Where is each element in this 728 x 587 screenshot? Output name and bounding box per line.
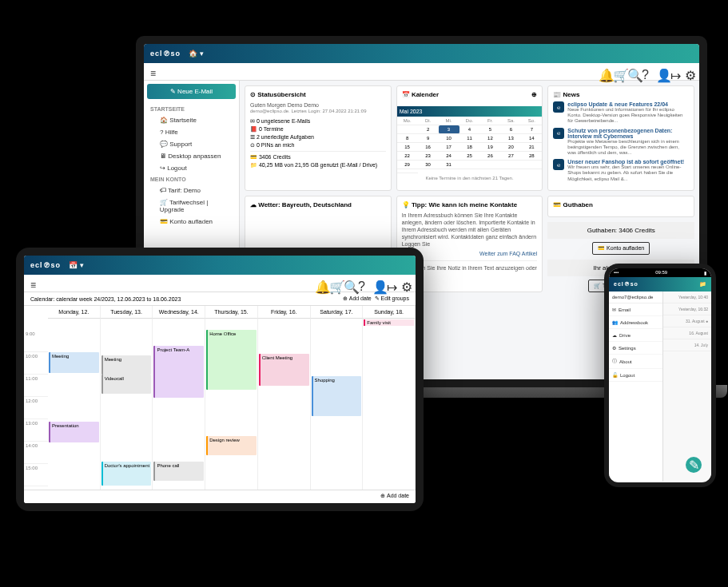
phone-menu-item[interactable]: ☁Drive [609,329,662,342]
sidebar-aufladen[interactable]: 💳 Konto aufladen [147,216,236,228]
menu-icon[interactable]: ≡ [30,280,38,288]
calendar-nav-icon[interactable]: 📅 ▾ [69,261,84,269]
cal-date[interactable]: 21 [521,143,542,152]
calendar-event[interactable]: Project Team-A [153,346,204,398]
gear-icon[interactable]: ⚙ [685,68,693,76]
calendar-event[interactable]: Design review [206,436,257,455]
phone-menu-item[interactable]: ⚙Settings [609,342,662,355]
user-icon[interactable]: 👤 [656,68,664,76]
logout-icon[interactable]: ↦ [670,68,678,76]
phone-menu-item[interactable]: ✉Email [609,303,662,316]
sidebar-support[interactable]: 💬 Support [147,138,236,150]
help-icon[interactable]: ? [642,68,650,76]
compose-fab[interactable]: ✎ [686,457,702,473]
phone-menu-item[interactable]: ⓘAbout [609,355,662,369]
day-column[interactable]: Home OfficeDesign review [205,330,258,490]
news-item[interactable]: ℮eclipso Update & neue Features 22/04Neu… [553,101,689,125]
cal-date[interactable]: 18 [459,143,480,152]
cal-date[interactable]: 30 [418,161,439,169]
sidebar-upgrade[interactable]: 🛒 Tarifwechsel | Upgrade [147,196,236,216]
calendar-event[interactable]: Home Office [206,330,257,390]
phone-list-item[interactable]: 14. July [663,339,711,351]
add-date-link[interactable]: ⊕ Add date [343,295,372,301]
day-column[interactable]: MeetingPresentation [48,330,101,490]
phone-list-item[interactable]: 31. August ● [663,315,711,327]
cal-date[interactable]: 3 [439,125,459,134]
cal-date[interactable]: 23 [418,152,439,161]
user-icon[interactable]: 👤 [372,280,380,288]
new-email-button[interactable]: ✎ Neue E-Mail [147,84,236,99]
day-column[interactable] [363,330,416,490]
cal-date[interactable] [459,161,480,169]
day-column[interactable]: MeetingVideocallDoctor's appointment [101,330,153,490]
cal-date[interactable]: 22 [397,152,418,161]
sidebar-hilfe[interactable]: ? Hilfe [147,126,236,138]
cal-date[interactable]: 26 [479,152,500,161]
news-item[interactable]: ℮Unser neuer Fanshop ist ab sofort geöff… [553,159,689,182]
add-icon[interactable]: ⊕ [531,91,537,98]
bell-icon[interactable]: 🔔 [315,280,323,288]
cal-date[interactable]: 29 [397,161,418,169]
cal-date[interactable]: 2 [418,125,439,134]
cal-date[interactable] [500,161,521,169]
cal-date[interactable]: 6 [500,125,521,134]
calendar-event[interactable]: Doctor's appointment [101,462,152,486]
search-icon[interactable]: 🔍 [627,68,635,76]
search-icon[interactable]: 🔍 [344,280,352,288]
sidebar-logout[interactable]: ↪ Logout [147,162,236,174]
cal-date[interactable]: 7 [521,125,542,134]
phone-list-item[interactable]: 16. August [663,327,711,339]
sidebar-desktop[interactable]: 🖥 Desktop anpassen [147,150,236,162]
cal-date[interactable]: 27 [500,152,521,161]
menu-icon[interactable]: ≡ [150,68,158,76]
cal-date[interactable]: 16 [418,143,439,152]
cal-date[interactable]: 20 [500,143,521,152]
day-column[interactable]: Project Team-APhone call [153,330,205,490]
day-column[interactable]: Shopping [311,330,364,490]
calendar-event[interactable]: Meeting [49,352,99,373]
cal-date[interactable] [479,161,500,169]
home-icon[interactable]: 🏠 ▾ [189,50,204,58]
cart-icon[interactable]: 🛒 [329,280,337,288]
aufladen-button[interactable]: 💳 Konto aufladen [592,242,650,255]
cal-date[interactable]: 25 [459,152,480,161]
logout-icon[interactable]: ↦ [387,280,395,288]
bell-icon[interactable]: 🔔 [599,68,607,76]
cal-date[interactable]: 15 [397,143,418,152]
cal-date[interactable]: 31 [439,161,459,169]
calendar-event[interactable]: Presentation [49,422,99,442]
calendar-event[interactable]: Client Meeting [259,354,309,386]
day-column[interactable]: Client Meeting [258,330,311,490]
calendar-event[interactable]: Phone call [153,462,204,481]
cal-date[interactable] [397,125,418,134]
folder-icon[interactable]: 📁 [699,281,706,288]
cal-date[interactable]: 14 [521,134,542,143]
cal-date[interactable] [397,169,418,173]
calendar-event[interactable]: Videocall [101,375,152,394]
cart-icon[interactable]: 🛒 [613,68,621,76]
cal-date[interactable]: 4 [459,125,480,134]
phone-list-item[interactable]: Yesterday, 10:40 [663,292,711,303]
calendar-event[interactable]: Meeting [101,355,152,375]
cal-date[interactable]: 8 [397,134,418,143]
help-icon[interactable]: ? [358,280,366,288]
cal-date[interactable]: 5 [479,125,500,134]
allday-event[interactable]: Family visit [364,319,414,326]
add-date-button[interactable]: ⊕ Add date [380,493,409,498]
cal-date[interactable]: 13 [500,134,521,143]
news-item[interactable]: ℮Schutz von personenbezogenen Daten: Int… [553,128,689,157]
cal-date[interactable]: 10 [439,134,459,143]
cal-date[interactable] [521,161,542,169]
cal-date[interactable]: 12 [479,134,500,143]
gear-icon[interactable]: ⚙ [401,280,409,288]
sidebar-tarif[interactable]: 🏷 Tarif: Demo [147,184,236,196]
phone-menu-item[interactable]: 🔓Logout [609,369,662,382]
sidebar-startseite[interactable]: 🏠 Startseite [147,114,236,126]
cal-date[interactable]: 17 [439,143,459,152]
cal-date[interactable]: 9 [418,134,439,143]
cal-date[interactable]: 24 [439,152,459,161]
edit-groups-link[interactable]: ✎ Edit groups [375,295,409,301]
phone-list-item[interactable]: Yesterday, 16:32 [663,303,711,315]
cal-date[interactable]: 11 [459,134,480,143]
cal-date[interactable]: 28 [521,152,542,161]
